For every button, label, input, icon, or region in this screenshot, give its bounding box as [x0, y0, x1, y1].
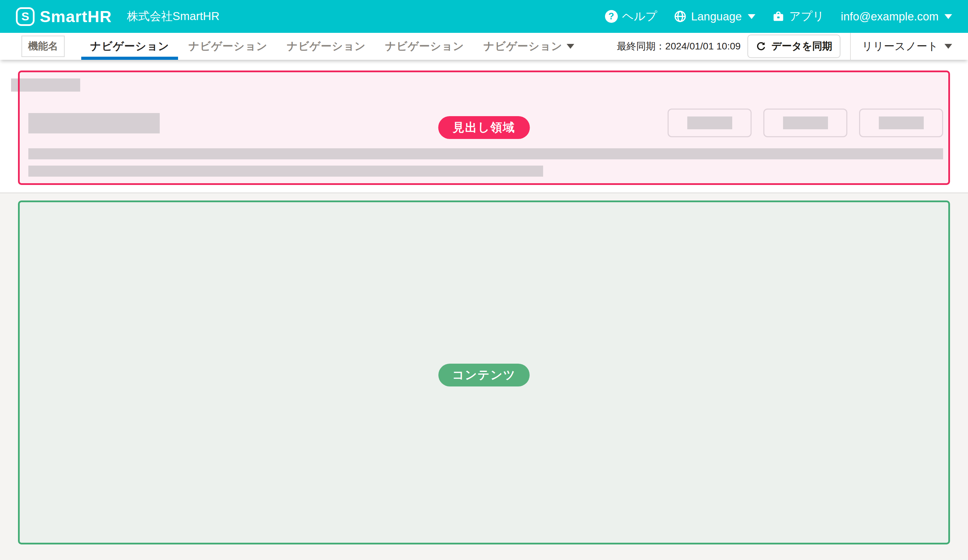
nav-item-label: ナビゲーション: [188, 39, 267, 54]
content-area-badge-label: コンテンツ: [452, 367, 516, 383]
nav-right: 最終同期：2024/01/01 10:09 データを同期 リリースノート: [617, 33, 968, 60]
feature-name-chip: 機能名: [22, 36, 65, 57]
language-label: Language: [691, 10, 742, 23]
help-link[interactable]: ? ヘルプ: [605, 8, 657, 24]
app-navigation: 機能名 ナビゲーション ナビゲーション ナビゲーション ナビゲーション ナビゲー…: [0, 33, 968, 60]
release-notes-label: リリースノート: [862, 39, 938, 54]
button-label-placeholder: [687, 116, 732, 129]
content-section: コンテンツ: [0, 192, 968, 560]
nav-item-label: ナビゲーション: [385, 39, 464, 54]
description-line-placeholder-1: [28, 148, 943, 159]
apps-label: アプリ: [789, 8, 824, 24]
question-circle-icon: ?: [605, 10, 618, 23]
release-notes-dropdown[interactable]: リリースノート: [851, 39, 968, 54]
nav-item-label: ナビゲーション: [483, 39, 562, 54]
language-selector[interactable]: Language: [674, 10, 755, 23]
page-title-placeholder: [28, 113, 160, 133]
heading-area-frame: 見出し領域: [18, 71, 950, 185]
placeholder-button-1[interactable]: [668, 109, 752, 137]
company-name: 株式会社SmartHR: [127, 8, 220, 24]
sync-data-label: データを同期: [771, 40, 832, 53]
breadcrumb-placeholder: [11, 78, 80, 91]
placeholder-button-3[interactable]: [859, 109, 943, 137]
briefcase-icon: [772, 10, 785, 23]
caret-down-icon: [945, 44, 952, 49]
brand-name: SmartHR: [40, 7, 112, 26]
caret-down-icon: [945, 14, 952, 19]
description-line-placeholder-2: [28, 166, 543, 177]
nav-item-label: ナビゲーション: [90, 39, 169, 54]
nav-item-3[interactable]: ナビゲーション: [277, 33, 375, 60]
content-area-badge: コンテンツ: [438, 364, 530, 386]
caret-down-icon: [748, 14, 755, 19]
app-header: S SmartHR 株式会社SmartHR ? ヘルプ Language: [0, 0, 968, 33]
heading-area-badge-label: 見出し領域: [453, 119, 515, 136]
heading-area-badge: 見出し領域: [438, 116, 530, 139]
content-area-frame: コンテンツ: [18, 200, 950, 545]
nav-item-2[interactable]: ナビゲーション: [179, 33, 277, 60]
globe-icon: [674, 10, 686, 23]
caret-down-icon: [567, 44, 574, 49]
header-actions: ? ヘルプ Language アプリ: [605, 8, 952, 24]
nav-item-4[interactable]: ナビゲーション: [375, 33, 474, 60]
placeholder-button-2[interactable]: [763, 109, 847, 137]
button-label-placeholder: [783, 116, 828, 129]
button-label-placeholder: [879, 116, 924, 129]
heading-action-buttons: [668, 109, 943, 137]
refresh-icon: [756, 41, 766, 52]
nav-item-1[interactable]: ナビゲーション: [81, 33, 179, 60]
last-sync-timestamp: 最終同期：2024/01/01 10:09: [617, 40, 741, 53]
account-email: info@example.com: [841, 10, 939, 23]
help-label: ヘルプ: [622, 8, 657, 24]
smarthr-logo-icon: S: [16, 7, 35, 26]
nav-item-5-dropdown[interactable]: ナビゲーション: [474, 33, 583, 60]
sync-data-button[interactable]: データを同期: [748, 35, 840, 58]
heading-section: 見出し領域: [0, 60, 968, 192]
account-menu[interactable]: info@example.com: [841, 10, 952, 23]
nav-item-label: ナビゲーション: [287, 39, 366, 54]
apps-link[interactable]: アプリ: [772, 8, 824, 24]
nav-items: ナビゲーション ナビゲーション ナビゲーション ナビゲーション ナビゲーション: [81, 33, 584, 60]
smarthr-logo[interactable]: S SmartHR: [16, 7, 112, 26]
